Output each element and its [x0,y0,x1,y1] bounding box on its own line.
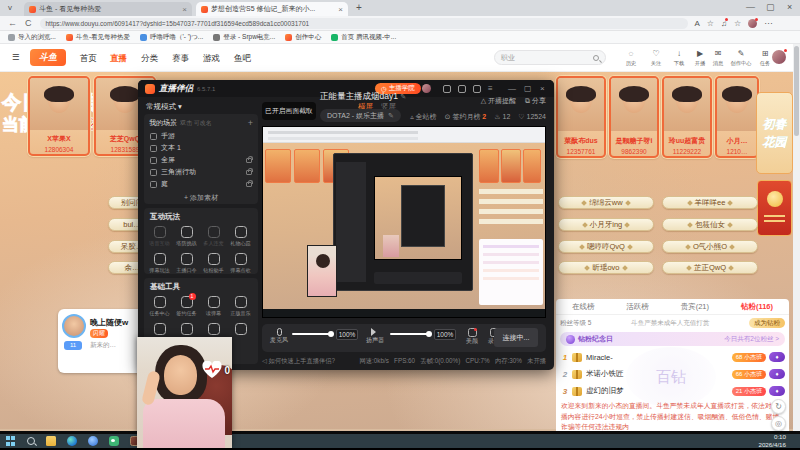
category-pill[interactable]: DOTA2 - 娱乐主播✎ [320,109,401,122]
tool-contract-task[interactable]: 1签约任务 [173,294,200,321]
nav-live[interactable]: 直播 [110,53,127,65]
add-scene-button[interactable]: + [248,118,253,128]
rank-row[interactable]: 1 Miracle- 68 小杰班 ♦ [560,349,785,365]
taskbar-search-icon[interactable] [27,437,35,445]
scene-item[interactable]: 全屏 [144,154,258,166]
mode-select[interactable]: 常规模式 ▾ [146,102,182,112]
url-field[interactable]: https://www.douyu.com/6091417?dyshid=15b… [40,18,688,29]
window-close-button[interactable]: × [787,2,792,12]
connect-button[interactable]: 连接中... [494,328,538,347]
browser-profile-avatar[interactable] [748,19,757,28]
menu-icon[interactable]: ≡ [488,84,493,93]
feature-anchor-code[interactable]: 主播口令 [173,251,200,278]
menu-icon[interactable]: ☰ [12,52,20,62]
browser-tab-2-active[interactable]: 梦想创造营S5 修仙记_新来的小... × [196,2,348,16]
browser-menu-icon[interactable]: ⋯ [764,19,772,28]
streamer-card[interactable]: 小月… 1210… [715,76,759,158]
companion-minimize-button[interactable]: — [508,84,516,93]
window-maximize-button[interactable]: ▢ [766,2,775,12]
feature-tower[interactable]: 塔防挑战 [173,224,200,251]
rank-user-card[interactable]: 晚上随便w 11 闪耀 新来的… [58,309,138,373]
wechat-icon[interactable] [109,436,119,446]
scene-item[interactable]: 手游 [144,130,258,142]
diamond-anniversary-banner[interactable]: 钻粉纪念日 今日共有2位粉丝 > [560,332,785,346]
help-link[interactable]: ◁ 如何快速上手直播伴侣? [262,357,335,366]
red-packet-card[interactable] [757,180,792,236]
nav-home[interactable]: 首页 [80,53,97,65]
nav-esports[interactable]: 赛事 [172,53,189,65]
nav-yuba[interactable]: 鱼吧 [234,53,251,65]
scene-item[interactable]: 文本 1 [144,142,258,154]
user-avatar[interactable] [772,50,786,64]
streamer-plate[interactable]: 羊咩咩ee [662,196,758,209]
month-rank-link[interactable]: ⊙ 签约月榜 2 [445,112,487,122]
tool-extra[interactable] [200,321,227,338]
webcam-window[interactable]: 0 [137,337,232,448]
streamer-card[interactable]: 菜酞布dus 12357761 [556,76,606,158]
site-search-input[interactable]: 职业 [494,50,606,65]
new-tab-button[interactable]: + [356,2,362,13]
scrollbar-thumb[interactable] [794,46,799,136]
mic-volume-slider[interactable] [292,333,332,335]
streamer-plate[interactable]: 绵绵云ww [558,196,654,209]
streamer-plate[interactable]: O气小熊O [662,240,758,253]
app-icon[interactable] [88,436,98,446]
streamer-plate[interactable]: 包筱仙女 [662,218,758,231]
tool-extra[interactable] [227,321,254,338]
nav-games[interactable]: 游戏 [203,53,220,65]
become-diamond-button[interactable]: 成为钻粉 [749,318,785,328]
tool-read-danmu[interactable]: 读弹幕 [200,294,227,321]
bookmark-item[interactable]: 斗鱼-看见每种热爱 [66,33,130,42]
refresh-icon[interactable]: C [25,18,32,28]
tab-vip[interactable]: 贵宾(21) [681,302,709,312]
read-aloud-icon[interactable]: A [695,19,700,28]
feature-danmu-play[interactable]: 弹幕玩法 [146,251,173,278]
window-minimize-button[interactable]: — [746,2,755,12]
edge-browser-icon[interactable] [67,436,77,446]
tool-music[interactable]: 正版音乐 [227,294,254,321]
streamer-plate[interactable]: 芷正QwQ [662,261,758,274]
tool-task-center[interactable]: 任务中心 [146,294,173,321]
taskbar-clock[interactable]: 0:10 2026/4/16 [758,433,786,449]
collections-icon[interactable]: ☆ [734,19,741,28]
chat-icon[interactable] [443,85,451,93]
tab-close-icon[interactable]: × [182,5,187,14]
beauty-button[interactable]: 美颜 [462,328,482,346]
tool-extra[interactable] [173,321,200,338]
speaker-control[interactable]: 扬声器 [366,328,384,345]
file-explorer-icon[interactable] [46,436,56,446]
streamer-plate[interactable]: 小月牙ing [558,218,654,231]
tab-search-icon[interactable]: v [8,3,12,12]
tab-active[interactable]: 活跃榜 [626,302,649,312]
browser-tab-1[interactable]: 斗鱼 - 看见每种热爱 × [24,2,192,16]
edit-title-icon[interactable]: ✎ [400,93,406,100]
nav-category[interactable]: 分类 [141,53,158,65]
scene-item[interactable]: 三角洲行动 [144,166,258,178]
streamer-plate[interactable]: 嗯哼哼QvQ [558,240,654,253]
bookmark-item[interactable]: 导入的浏览... [8,33,56,42]
broadcast-reminder-button[interactable]: △ 开播提醒 [481,96,516,106]
streamer-card[interactable]: 是颗糖子呀i 9862390 [609,76,659,158]
rank-row[interactable]: 2 米诺小铁匠 66 小杰班 ♦ [560,366,785,382]
streamer-card[interactable]: X苹果X 12806304 [28,76,90,156]
scene-item[interactable]: 庭 [144,178,258,190]
spring-garden-banner[interactable]: 初春 花园 [756,92,793,174]
tab-close-icon[interactable]: × [338,5,343,14]
companion-avatar[interactable] [422,84,431,93]
edit-category-icon[interactable]: ✎ [388,112,394,120]
favorite-star-icon[interactable]: ☆ [707,19,714,28]
feature-voice[interactable]: 语音互动 [146,224,173,251]
stream-preview[interactable] [262,126,546,318]
streamer-card[interactable]: 玲uu超富贵 11229222 [662,76,712,158]
tool-extra[interactable] [146,321,173,338]
rank-row[interactable]: 3 虚幻的旧梦 21 小杰班 ♦ [560,383,785,399]
refresh-float-button[interactable]: ↻ [771,399,786,414]
feature-gift-wish[interactable]: 礼物心愿 [227,224,254,251]
start-button[interactable] [6,436,16,446]
feature-multi-link[interactable]: 多人连麦 [200,224,227,251]
companion-maximize-button[interactable]: ▢ [524,84,532,93]
tab-online[interactable]: 在线榜 [572,302,595,312]
bookmark-item[interactable]: 首页 腾讯视频-中... [331,33,396,42]
speaker-volume-slider[interactable] [390,333,430,335]
bookmark-item[interactable]: 登录 - Srpw电竞... [213,33,275,42]
